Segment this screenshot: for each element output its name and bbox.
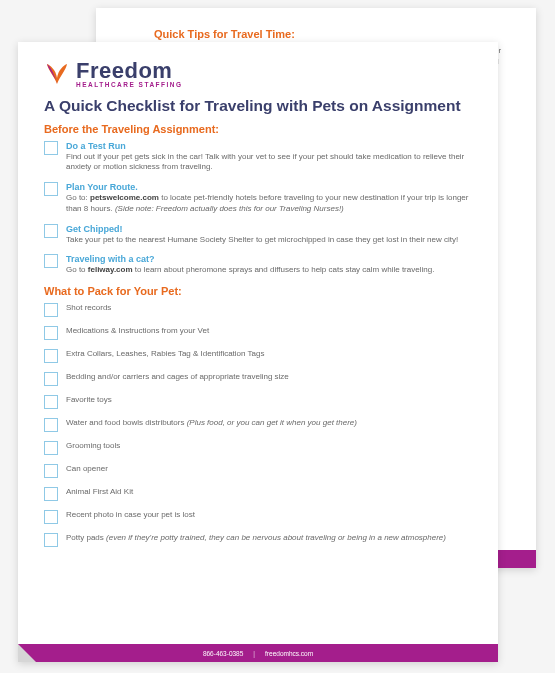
logo: Freedom HEALTHCARE STAFFING: [44, 60, 472, 89]
item-text: Shot records: [66, 303, 111, 314]
list-item: Extra Collars, Leashes, Rabies Tag & Ide…: [44, 349, 472, 363]
item-heading: Plan Your Route.: [66, 182, 472, 192]
item-text: Bedding and/or carriers and cages of app…: [66, 372, 289, 383]
checkbox[interactable]: [44, 254, 58, 268]
item-text: Recent photo in case your pet is lost: [66, 510, 195, 521]
footer-separator: |: [253, 650, 255, 657]
section-header-back: Quick Tips for Travel Time:: [154, 28, 508, 40]
checkbox[interactable]: [44, 182, 58, 196]
list-item: Favorite toys: [44, 395, 472, 409]
checkbox[interactable]: [44, 395, 58, 409]
list-item: Can opener: [44, 464, 472, 478]
item-text: Can opener: [66, 464, 108, 475]
checkbox[interactable]: [44, 441, 58, 455]
list-item: Plan Your Route.Go to: petswelcome.com t…: [44, 182, 472, 215]
list-item: Shot records: [44, 303, 472, 317]
item-text: Go to feliway.com to learn about pheromo…: [66, 265, 472, 276]
list-item: Get Chipped!Take your pet to the nearest…: [44, 224, 472, 246]
footer-bar: 866-463-0385 | freedomhcs.com: [18, 644, 498, 662]
list-item: Recent photo in case your pet is lost: [44, 510, 472, 524]
list-item: Do a Test RunFind out if your pet gets s…: [44, 141, 472, 174]
logo-text-main: Freedom: [76, 60, 183, 82]
document-page-front: Freedom HEALTHCARE STAFFING A Quick Chec…: [18, 42, 498, 662]
item-text: Take your pet to the nearest Humane Soci…: [66, 235, 472, 246]
item-heading: Get Chipped!: [66, 224, 472, 234]
list-item: Grooming tools: [44, 441, 472, 455]
item-text: Go to: petswelcome.com to locate pet-fri…: [66, 193, 472, 215]
item-heading: Do a Test Run: [66, 141, 472, 151]
footer-phone: 866-463-0385: [203, 650, 243, 657]
item-heading: Traveling with a cat?: [66, 254, 472, 264]
item-text: Find out if your pet gets sick in the ca…: [66, 152, 472, 174]
item-text: Medications & Instructions from your Vet: [66, 326, 209, 337]
checkbox[interactable]: [44, 464, 58, 478]
footer-site: freedomhcs.com: [265, 650, 313, 657]
page-title: A Quick Checklist for Traveling with Pet…: [44, 97, 472, 115]
page-corner-fold: [18, 644, 36, 662]
logo-text-sub: HEALTHCARE STAFFING: [76, 82, 183, 89]
checkbox[interactable]: [44, 510, 58, 524]
list-item: Potty pads (even if they're potty traine…: [44, 533, 472, 547]
item-text: Favorite toys: [66, 395, 112, 406]
list-item: Bedding and/or carriers and cages of app…: [44, 372, 472, 386]
item-text: Animal First Aid Kit: [66, 487, 133, 498]
item-text: Grooming tools: [66, 441, 120, 452]
checkbox[interactable]: [44, 326, 58, 340]
checkbox[interactable]: [44, 372, 58, 386]
checkbox[interactable]: [44, 303, 58, 317]
list-item: Animal First Aid Kit: [44, 487, 472, 501]
checkbox[interactable]: [44, 533, 58, 547]
item-text: Extra Collars, Leashes, Rabies Tag & Ide…: [66, 349, 264, 360]
checkbox[interactable]: [44, 487, 58, 501]
list-item: Water and food bowls distributors (Plus …: [44, 418, 472, 432]
section-header: Before the Traveling Assignment:: [44, 123, 472, 135]
checkbox[interactable]: [44, 418, 58, 432]
checkbox[interactable]: [44, 224, 58, 238]
butterfly-icon: [44, 60, 70, 88]
list-item: Medications & Instructions from your Vet: [44, 326, 472, 340]
item-text: Potty pads (even if they're potty traine…: [66, 533, 446, 544]
checkbox[interactable]: [44, 349, 58, 363]
section-header: What to Pack for Your Pet:: [44, 285, 472, 297]
checkbox[interactable]: [44, 141, 58, 155]
item-text: Water and food bowls distributors (Plus …: [66, 418, 357, 429]
list-item: Traveling with a cat?Go to feliway.com t…: [44, 254, 472, 276]
